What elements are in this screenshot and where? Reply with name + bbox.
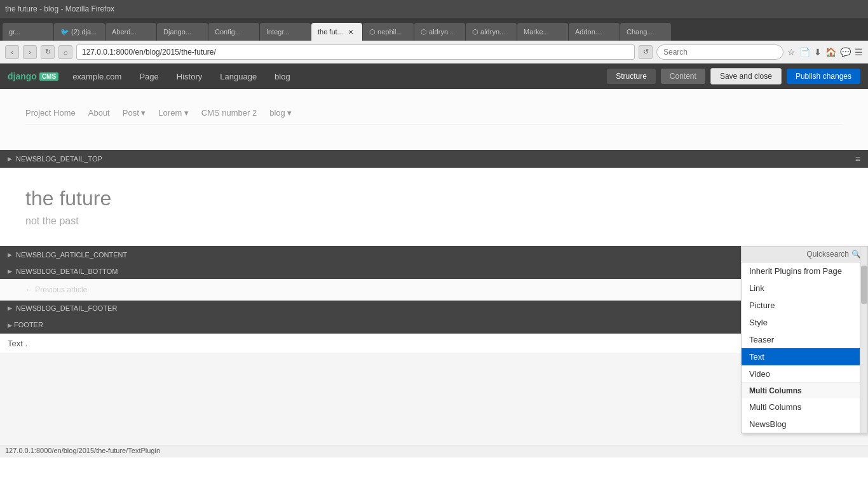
forward-button[interactable]: › [23,45,37,59]
tab-aldryn2[interactable]: ⬡ aldryn... [466,23,517,41]
tab-django[interactable]: Django... [157,23,208,41]
cms-blog-menu[interactable]: blog [271,69,294,84]
page-content-area: Project Home About Post ▾ Lorem ▾ CMS nu… [0,89,868,445]
slot-newsblog-detail-bottom[interactable]: ▶ NEWSBLOG_DETAIL_BOTTOM [0,264,868,279]
slot-left: ▶ NEWSBLOG_DETAIL_FOOTER [8,304,117,312]
cms-logo: django CMS [8,71,58,81]
tab-the-future[interactable]: the fut... ✕ [311,23,362,41]
tab-chang[interactable]: Chang... [620,23,671,41]
browser-search-input[interactable] [656,44,783,60]
slot-menu-icon[interactable]: ≡ [855,154,860,164]
tab-config[interactable]: Config... [208,23,259,41]
chat-icon[interactable]: 💬 [840,47,851,57]
plugin-section-multi-columns: Multi Columns [742,383,867,398]
page-nav: Project Home About Post ▾ Lorem ▾ CMS nu… [25,102,843,125]
plugin-inherit[interactable]: Inherit Plugins from Page [742,262,867,280]
plugin-area: ▶ NEWSBLOG_ARTICLE_CONTENT Quicksearch 🔍… [0,246,868,316]
reload-button[interactable]: ↺ [639,45,653,59]
slot-newsblog-detail-footer[interactable]: ▶ NEWSBLOG_DETAIL_FOOTER [0,301,868,316]
url-bar[interactable] [76,44,635,60]
tab-bar: gr... 🐦 (2) dja... Aberd... Django... Co… [0,18,868,41]
article-subtitle: not the past [25,215,843,227]
expand-icon: ▶ [8,305,12,311]
cms-label: CMS [39,72,58,81]
plugin-link[interactable]: Link [742,280,867,297]
nav-post: Post ▾ [123,108,146,118]
footer-content: Text . [0,334,868,353]
home-icon[interactable]: 🏠 [825,47,836,57]
footer-text: Text . [8,339,27,348]
home-button[interactable]: ⌂ [58,45,72,59]
back-button[interactable]: ‹ [5,45,19,59]
tab-aldryn1[interactable]: ⬡ aldryn... [414,23,465,41]
slot-left: ▶ FOOTER [8,321,43,329]
slot-left: ▶ NEWSBLOG_DETAIL_TOP [8,155,102,163]
expand-icon: ▶ [8,268,12,274]
footer-slot-label: FOOTER [14,321,43,329]
cms-toolbar: django CMS example.com Page History Lang… [0,64,868,89]
content-button[interactable]: Content [661,69,705,84]
slot-label: NEWSBLOG_DETAIL_FOOTER [16,304,117,312]
footer-slot: ▶ FOOTER ≡ Text . [0,316,868,353]
article-title: the future [25,187,843,210]
article-area: the future not the past [0,168,868,246]
cms-language-menu[interactable]: Language [216,69,261,84]
plugin-dropdown: Quicksearch 🔍 Inherit Plugins from Page … [741,246,868,433]
slot-label: NEWSBLOG_ARTICLE_CONTENT [16,251,127,259]
prev-next-area: ← Previous article Next article → [0,279,868,301]
refresh-button[interactable]: ↻ [41,45,55,59]
expand-icon: ▶ [8,156,12,162]
tab-gr[interactable]: gr... [3,23,53,41]
bookmark-icon[interactable]: ☆ [787,47,796,57]
nav-about: About [88,108,110,118]
cms-site-link[interactable]: example.com [69,69,125,84]
plugin-style[interactable]: Style [742,314,867,331]
slot-label: NEWSBLOG_DETAIL_TOP [16,155,102,163]
address-bar: ‹ › ↻ ⌂ ↺ ☆ 📄 ⬇ 🏠 💬 ☰ [0,41,868,64]
plugin-video[interactable]: Video [742,365,867,383]
slot-left: ▶ NEWSBLOG_ARTICLE_CONTENT [8,251,127,259]
django-label: django [8,71,37,81]
scrollbar-thumb[interactable] [861,266,867,304]
tab-nephil[interactable]: ⬡ nephil... [363,23,414,41]
nav-project-home: Project Home [25,108,76,118]
structure-button[interactable]: Structure [607,69,656,84]
title-bar: the future - blog - Mozilla Firefox [0,0,868,18]
cms-page-menu[interactable]: Page [135,69,162,84]
plugin-multi-columns[interactable]: Multi Columns [742,398,867,416]
slot-newsblog-detail-top[interactable]: ▶ NEWSBLOG_DETAIL_TOP ≡ [0,150,868,168]
nav-blog: blog ▾ [269,108,292,118]
tab-aberd[interactable]: Aberd... [105,23,156,41]
plugin-text[interactable]: Text [742,348,867,365]
tab-integr[interactable]: Integr... [260,23,311,41]
scrollbar-track[interactable] [860,247,867,433]
browser-title: the future - blog - Mozilla Firefox [5,4,114,13]
nav-cms-number: CMS number 2 [201,108,257,118]
page-icon[interactable]: 📄 [799,47,810,57]
expand-icon: ▶ [8,322,12,329]
footer-bar[interactable]: ▶ FOOTER ≡ [0,316,868,334]
slot-newsblog-article-content[interactable]: ▶ NEWSBLOG_ARTICLE_CONTENT Quicksearch 🔍 [0,246,868,264]
save-close-button[interactable]: Save and close [710,68,782,85]
slot-left: ▶ NEWSBLOG_DETAIL_BOTTOM [8,268,118,275]
plugin-picture[interactable]: Picture [742,297,867,314]
tab-close-icon[interactable]: ✕ [348,29,353,36]
nav-lorem: Lorem ▾ [158,108,188,118]
slot-label: NEWSBLOG_DETAIL_BOTTOM [16,268,118,275]
publish-button[interactable]: Publish changes [787,69,860,84]
quicksearch-header-label: Quicksearch [806,250,849,259]
plugin-dropdown-header: Quicksearch 🔍 [742,247,867,262]
menu-icon[interactable]: ☰ [855,47,863,57]
tab-dja[interactable]: 🐦 (2) dja... [54,23,105,41]
cms-history-menu[interactable]: History [173,69,206,84]
status-bar: 127.0.0.1:8000/en/blog/2015/the-future/T… [0,445,868,458]
prev-text: ← Previous article [25,285,87,294]
plugin-teaser[interactable]: Teaser [742,331,867,348]
plugin-newsblog[interactable]: NewsBlog [742,416,867,433]
tab-marke[interactable]: Marke... [517,23,568,41]
status-url: 127.0.0.1:8000/en/blog/2015/the-future/T… [5,447,160,454]
website-background: Project Home About Post ▾ Lorem ▾ CMS nu… [0,89,868,150]
tab-addon[interactable]: Addon... [569,23,620,41]
download-icon[interactable]: ⬇ [814,47,822,57]
cms-toolbar-right: Structure Content Save and close Publish… [607,68,860,85]
